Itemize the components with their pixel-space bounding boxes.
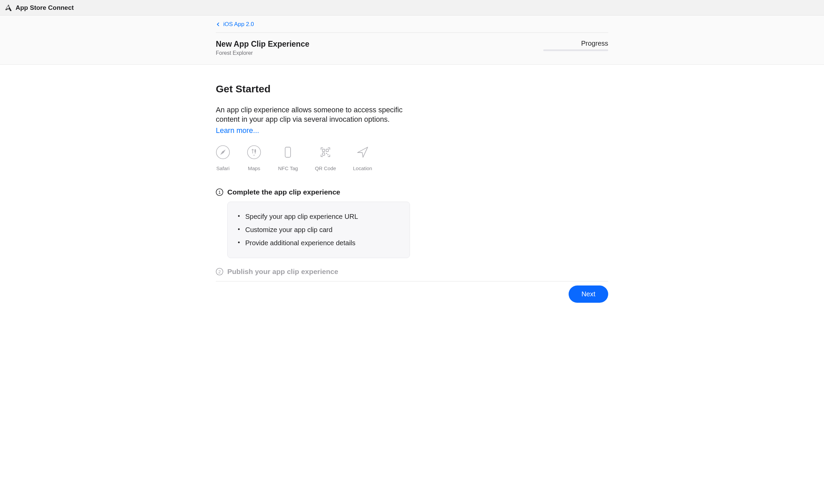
svg-rect-6	[322, 149, 325, 152]
invocation-nfc: NFC Tag	[278, 145, 298, 171]
intro-description: An app clip experience allows someone to…	[216, 106, 405, 124]
progress-block: Progress	[543, 40, 608, 51]
svg-rect-7	[326, 149, 328, 152]
page-title: New App Clip Experience	[216, 40, 543, 49]
step-2-number-icon: 2	[216, 268, 223, 275]
invocation-label: Location	[353, 165, 372, 171]
invocation-icons-row: Safari Maps NFC Tag	[216, 145, 608, 171]
progress-bar	[543, 49, 608, 51]
invocation-label: NFC Tag	[278, 165, 298, 171]
invocation-safari: Safari	[216, 145, 230, 171]
breadcrumb-back-link[interactable]: iOS App 2.0	[216, 21, 254, 28]
step-2-header: 2 Publish your app clip experience	[216, 268, 608, 276]
invocation-maps: Maps	[247, 145, 261, 171]
step-2-title: Publish your app clip experience	[227, 268, 338, 276]
breadcrumb-label: iOS App 2.0	[223, 21, 254, 28]
step-1-title: Complete the app clip experience	[227, 188, 340, 196]
location-icon	[356, 145, 370, 159]
svg-point-1	[248, 145, 261, 159]
step-1-item: Specify your app clip experience URL	[238, 210, 399, 223]
app-store-connect-logo-icon	[5, 4, 12, 12]
invocation-label: Safari	[216, 165, 229, 171]
section-heading: Get Started	[216, 83, 608, 95]
topbar: App Store Connect	[0, 0, 824, 16]
svg-point-4	[254, 155, 255, 156]
svg-rect-2	[255, 149, 256, 153]
footer-actions: Next	[212, 281, 612, 313]
step-1-item: Customize your app clip card	[238, 223, 399, 236]
invocation-location: Location	[353, 145, 372, 171]
step-1-details-box: Specify your app clip experience URL Cus…	[227, 202, 410, 258]
learn-more-link[interactable]: Learn more...	[216, 127, 259, 135]
step-1-number-icon: 1	[216, 188, 223, 196]
progress-label: Progress	[543, 40, 608, 47]
page-subtitle: Forest Explorer	[216, 50, 543, 56]
breadcrumb-row: iOS App 2.0	[216, 16, 608, 33]
next-button[interactable]: Next	[569, 285, 608, 303]
svg-rect-8	[322, 153, 325, 155]
invocation-label: Maps	[248, 165, 260, 171]
svg-text:2: 2	[218, 269, 221, 274]
step-1-header: 1 Complete the app clip experience	[216, 188, 608, 196]
page-header: iOS App 2.0 New App Clip Experience Fore…	[0, 16, 824, 65]
svg-rect-9	[326, 153, 327, 154]
svg-rect-5	[285, 147, 291, 157]
invocation-label: QR Code	[315, 165, 336, 171]
svg-text:1: 1	[218, 189, 221, 194]
nfc-icon	[281, 145, 295, 159]
topbar-title: App Store Connect	[16, 4, 74, 12]
invocation-qr: QR Code	[315, 145, 336, 171]
chevron-left-icon	[216, 22, 221, 27]
qr-code-icon	[318, 145, 333, 159]
svg-rect-10	[327, 154, 328, 155]
main-content: Get Started An app clip experience allow…	[212, 65, 612, 281]
safari-icon	[216, 145, 230, 159]
maps-icon	[247, 145, 261, 159]
step-1-item: Provide additional experience details	[238, 236, 399, 250]
